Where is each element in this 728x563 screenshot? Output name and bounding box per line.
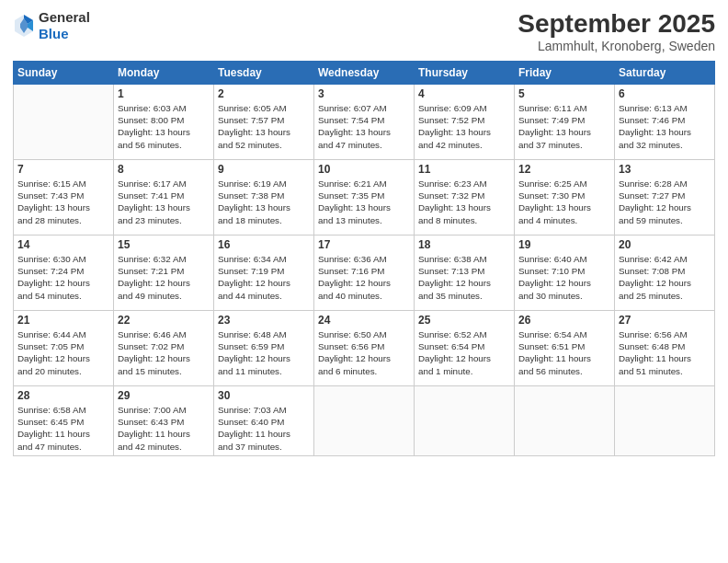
day-number: 15 xyxy=(118,238,210,251)
day-info: Daylight: 12 hours xyxy=(17,277,109,289)
day-info: and 35 minutes. xyxy=(418,290,510,302)
day-number: 26 xyxy=(518,314,610,327)
day-info: Sunrise: 6:44 AM xyxy=(17,328,109,340)
table-row: 14Sunrise: 6:30 AMSunset: 7:24 PMDayligh… xyxy=(14,236,114,311)
day-number: 9 xyxy=(218,163,310,176)
day-info: and 32 minutes. xyxy=(619,139,711,151)
day-number: 22 xyxy=(118,314,210,327)
day-info: Sunset: 7:05 PM xyxy=(17,340,109,352)
day-info: Sunrise: 6:48 AM xyxy=(218,328,310,340)
table-row: 30Sunrise: 7:03 AMSunset: 6:40 PMDayligh… xyxy=(214,386,314,456)
day-info: Daylight: 13 hours xyxy=(17,201,109,213)
day-info: Daylight: 11 hours xyxy=(218,428,310,440)
day-number: 30 xyxy=(218,389,310,402)
logo-text: General Blue xyxy=(39,9,90,42)
day-info: Sunset: 6:45 PM xyxy=(17,416,109,428)
table-row: 11Sunrise: 6:23 AMSunset: 7:32 PMDayligh… xyxy=(415,160,515,236)
day-info: Sunrise: 6:13 AM xyxy=(619,102,711,114)
table-row: 23Sunrise: 6:48 AMSunset: 6:59 PMDayligh… xyxy=(214,311,314,386)
table-row xyxy=(415,386,515,456)
day-info: and 56 minutes. xyxy=(118,139,210,151)
table-row: 8Sunrise: 6:17 AMSunset: 7:41 PMDaylight… xyxy=(114,160,214,236)
day-info: Daylight: 12 hours xyxy=(619,201,711,213)
day-info: and 51 minutes. xyxy=(619,365,711,377)
day-info: Sunset: 7:52 PM xyxy=(418,114,510,126)
day-info: Sunset: 7:24 PM xyxy=(17,265,109,277)
table-row: 13Sunrise: 6:28 AMSunset: 7:27 PMDayligh… xyxy=(615,160,715,236)
day-info: Daylight: 13 hours xyxy=(318,126,410,138)
day-info: Sunset: 7:35 PM xyxy=(318,190,410,201)
day-info: and 47 minutes. xyxy=(318,139,410,151)
day-number: 7 xyxy=(17,163,109,176)
day-info: Sunset: 6:56 PM xyxy=(318,340,410,352)
day-info: and 20 minutes. xyxy=(17,365,109,377)
day-info: Sunset: 7:32 PM xyxy=(418,190,510,201)
table-row: 4Sunrise: 6:09 AMSunset: 7:52 PMDaylight… xyxy=(415,85,515,160)
day-info: and 25 minutes. xyxy=(619,290,711,302)
logo-icon xyxy=(13,13,35,39)
location: Lammhult, Kronoberg, Sweden xyxy=(518,39,715,53)
day-number: 13 xyxy=(619,163,711,176)
table-row: 9Sunrise: 6:19 AMSunset: 7:38 PMDaylight… xyxy=(214,160,314,236)
day-info: Daylight: 12 hours xyxy=(118,277,210,289)
table-row: 25Sunrise: 6:52 AMSunset: 6:54 PMDayligh… xyxy=(415,311,515,386)
table-row: 6Sunrise: 6:13 AMSunset: 7:46 PMDaylight… xyxy=(615,85,715,160)
day-number: 17 xyxy=(318,238,410,251)
day-info: Sunrise: 6:15 AM xyxy=(17,178,109,190)
day-info: and 30 minutes. xyxy=(518,290,610,302)
table-row: 24Sunrise: 6:50 AMSunset: 6:56 PMDayligh… xyxy=(314,311,415,386)
day-info: and 40 minutes. xyxy=(318,290,410,302)
day-info: Daylight: 12 hours xyxy=(418,352,510,364)
day-info: Sunrise: 6:21 AM xyxy=(318,178,410,190)
table-row: 20Sunrise: 6:42 AMSunset: 7:08 PMDayligh… xyxy=(615,236,715,311)
table-row: 2Sunrise: 6:05 AMSunset: 7:57 PMDaylight… xyxy=(214,85,314,160)
day-info: Daylight: 12 hours xyxy=(218,352,310,364)
day-info: and 42 minutes. xyxy=(418,139,510,151)
day-info: Sunrise: 6:46 AM xyxy=(118,328,210,340)
day-info: Sunrise: 6:32 AM xyxy=(118,253,210,265)
day-info: Daylight: 11 hours xyxy=(118,428,210,440)
table-row xyxy=(314,386,415,456)
table-row: 17Sunrise: 6:36 AMSunset: 7:16 PMDayligh… xyxy=(314,236,415,311)
day-info: Sunset: 7:10 PM xyxy=(518,265,610,277)
day-number: 23 xyxy=(218,314,310,327)
day-info: Sunrise: 6:42 AM xyxy=(619,253,711,265)
day-info: and 47 minutes. xyxy=(17,441,109,453)
day-info: Sunrise: 6:50 AM xyxy=(318,328,410,340)
day-info: Sunrise: 6:25 AM xyxy=(518,178,610,190)
day-info: Sunset: 7:16 PM xyxy=(318,265,410,277)
day-number: 8 xyxy=(118,163,210,176)
day-info: and 49 minutes. xyxy=(118,290,210,302)
day-info: Sunset: 7:41 PM xyxy=(118,190,210,201)
day-number: 27 xyxy=(619,314,711,327)
table-row xyxy=(515,386,615,456)
table-row: 27Sunrise: 6:56 AMSunset: 6:48 PMDayligh… xyxy=(615,311,715,386)
header-monday: Monday xyxy=(114,62,214,85)
day-info: and 1 minute. xyxy=(418,365,510,377)
day-number: 12 xyxy=(518,163,610,176)
day-info: Sunrise: 6:23 AM xyxy=(418,178,510,190)
day-info: Sunset: 7:49 PM xyxy=(518,114,610,126)
header-friday: Friday xyxy=(515,62,615,85)
day-info: and 52 minutes. xyxy=(218,139,310,151)
day-number: 25 xyxy=(418,314,510,327)
header-wednesday: Wednesday xyxy=(314,62,415,85)
day-info: Sunset: 8:00 PM xyxy=(118,114,210,126)
table-row: 12Sunrise: 6:25 AMSunset: 7:30 PMDayligh… xyxy=(515,160,615,236)
day-info: Daylight: 12 hours xyxy=(17,352,109,364)
day-info: Sunset: 7:13 PM xyxy=(418,265,510,277)
day-number: 18 xyxy=(418,238,510,251)
day-number: 29 xyxy=(118,389,210,402)
day-info: Sunrise: 6:36 AM xyxy=(318,253,410,265)
day-info: Daylight: 13 hours xyxy=(218,126,310,138)
table-row xyxy=(14,85,114,160)
day-info: Daylight: 13 hours xyxy=(518,201,610,213)
day-number: 11 xyxy=(418,163,510,176)
day-info: Sunrise: 6:34 AM xyxy=(218,253,310,265)
day-info: Daylight: 13 hours xyxy=(118,201,210,213)
day-info: and 42 minutes. xyxy=(118,441,210,453)
day-info: Sunrise: 6:05 AM xyxy=(218,102,310,114)
table-row xyxy=(615,386,715,456)
day-info: Sunset: 7:02 PM xyxy=(118,340,210,352)
header: General Blue September 2025 Lammhult, Kr… xyxy=(13,9,715,53)
